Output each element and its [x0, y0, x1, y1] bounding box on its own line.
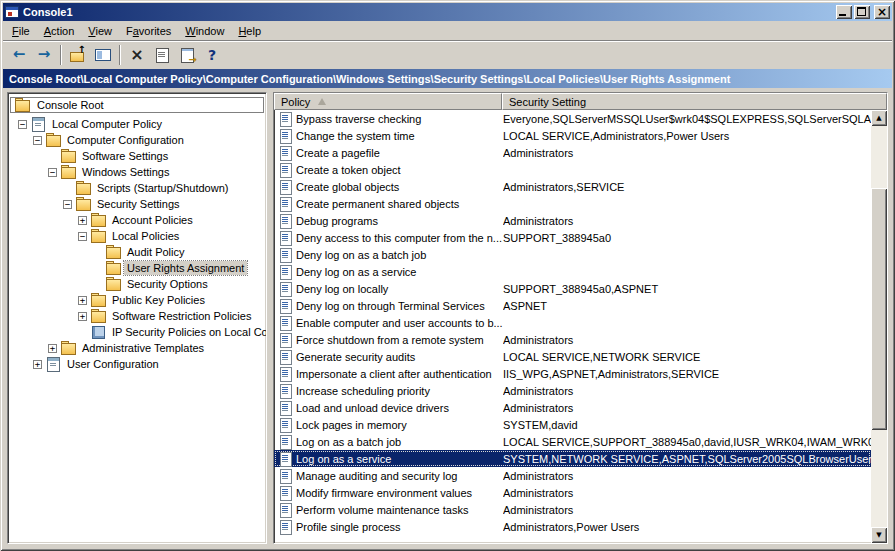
policy-row-impersonate-a-client-after-authentication[interactable]: Impersonate a client after authenticatio…: [274, 365, 871, 382]
tree-root-header[interactable]: Console Root: [10, 97, 264, 113]
policy-row-create-a-token-object[interactable]: Create a token object: [274, 161, 871, 178]
menu-window[interactable]: Window: [178, 23, 231, 39]
collapse-toggle-icon[interactable]: −: [33, 136, 42, 145]
tree-item-public-key-policies[interactable]: +Public Key Policies: [8, 292, 266, 308]
policy-row-log-on-as-a-service[interactable]: Log on as a serviceSYSTEM,NETWORK SERVIC…: [274, 450, 871, 467]
policy-row-lock-pages-in-memory[interactable]: Lock pages in memorySYSTEM,david: [274, 416, 871, 433]
scrollbar-track[interactable]: [871, 126, 887, 527]
tree-item-software-restriction-policies[interactable]: +Software Restriction Policies: [8, 308, 266, 324]
toolbar-properties-button[interactable]: [150, 44, 174, 66]
menu-action[interactable]: Action: [37, 23, 82, 39]
tree-item-local-policies[interactable]: −Local Policies: [8, 228, 266, 244]
policy-row-log-on-as-a-batch-job[interactable]: Log on as a batch jobLOCAL SERVICE,SUPPO…: [274, 433, 871, 450]
vertical-scrollbar[interactable]: [871, 110, 887, 543]
menu-file[interactable]: File: [5, 23, 37, 39]
details-pane: PolicySecurity Setting Bypass traverse c…: [273, 92, 888, 544]
tree-item-label: Security Settings: [94, 197, 183, 211]
tree-item-windows-settings[interactable]: −Windows Settings: [8, 164, 266, 180]
tree-item-administrative-templates[interactable]: +Administrative Templates: [8, 340, 266, 356]
security-setting: Administrators: [503, 334, 871, 346]
title-bar[interactable]: Console1: [3, 3, 892, 21]
scroll-down-button[interactable]: [871, 527, 887, 543]
minimize-button[interactable]: [836, 5, 852, 19]
toolbar-export-list-button[interactable]: [175, 44, 199, 66]
security-setting: Administrators: [503, 504, 871, 516]
expand-toggle-icon[interactable]: +: [78, 312, 87, 321]
policy-row-modify-firmware-environment-values[interactable]: Modify firmware environment valuesAdmini…: [274, 484, 871, 501]
tree-item-ip-security-policies-on-local-computer[interactable]: IP Security Policies on Local Computer: [8, 324, 266, 340]
forward-icon: [35, 47, 53, 63]
list-rows: Bypass traverse checkingEveryone,SQLServ…: [274, 110, 871, 543]
tree-item-security-options[interactable]: Security Options: [8, 276, 266, 292]
policy-row-debug-programs[interactable]: Debug programsAdministrators: [274, 212, 871, 229]
policy-row-bypass-traverse-checking[interactable]: Bypass traverse checkingEveryone,SQLServ…: [274, 110, 871, 127]
policy-icon: [278, 452, 293, 466]
policy-name: Generate security audits: [296, 351, 503, 363]
policy-row-change-the-system-time[interactable]: Change the system timeLOCAL SERVICE,Admi…: [274, 127, 871, 144]
expand-toggle-icon[interactable]: +: [78, 296, 87, 305]
scrollbar-thumb[interactable]: [871, 188, 887, 430]
security-setting: Administrators: [503, 402, 871, 414]
policy-row-deny-log-on-as-a-batch-job[interactable]: Deny log on as a batch job: [274, 246, 871, 263]
toolbar-show-hide-console-tree-button[interactable]: [91, 44, 115, 66]
console-app-icon: [5, 6, 19, 18]
expand-toggle-icon[interactable]: +: [78, 216, 87, 225]
delete-icon: [128, 47, 146, 63]
console-path-titlebar[interactable]: Console Root\Local Computer Policy\Compu…: [3, 69, 892, 88]
column-header-policy[interactable]: Policy: [274, 93, 502, 110]
toolbar-help-button[interactable]: [200, 44, 224, 66]
policy-row-create-a-pagefile[interactable]: Create a pagefileAdministrators: [274, 144, 871, 161]
policy-row-create-global-objects[interactable]: Create global objectsAdministrators,SERV…: [274, 178, 871, 195]
close-button[interactable]: [874, 5, 890, 19]
tree-item-software-settings[interactable]: Software Settings: [8, 148, 266, 164]
tree-item-scripts-startup-shutdown[interactable]: Scripts (Startup/Shutdown): [8, 180, 266, 196]
collapse-toggle-icon[interactable]: −: [18, 120, 27, 129]
policy-row-deny-log-on-through-terminal-services[interactable]: Deny log on through Terminal ServicesASP…: [274, 297, 871, 314]
collapse-toggle-icon[interactable]: −: [48, 168, 57, 177]
toolbar-back-button[interactable]: [7, 44, 31, 66]
toolbar-forward-button[interactable]: [32, 44, 56, 66]
security-setting: SYSTEM,NETWORK SERVICE,ASPNET,SQLServer2…: [503, 453, 871, 465]
policy-row-load-and-unload-device-drivers[interactable]: Load and unload device driversAdministra…: [274, 399, 871, 416]
policy-name: Create a token object: [296, 164, 503, 176]
menu-view[interactable]: View: [81, 23, 119, 39]
tree-item-local-computer-policy[interactable]: −Local Computer Policy: [8, 116, 266, 132]
policy-row-deny-access-to-this-computer-from-the-n[interactable]: Deny access to this computer from the n.…: [274, 229, 871, 246]
tree-item-account-policies[interactable]: +Account Policies: [8, 212, 266, 228]
toolbar-delete-button[interactable]: [125, 44, 149, 66]
toggle-spacer: [93, 280, 102, 289]
tree-item-audit-policy[interactable]: Audit Policy: [8, 244, 266, 260]
security-setting: Administrators,Power Users: [503, 521, 871, 533]
tree-item-computer-configuration[interactable]: −Computer Configuration: [8, 132, 266, 148]
collapse-toggle-icon[interactable]: −: [63, 200, 72, 209]
scroll-up-button[interactable]: [871, 110, 887, 126]
policy-row-generate-security-audits[interactable]: Generate security auditsLOCAL SERVICE,NE…: [274, 348, 871, 365]
policy-icon: [278, 350, 293, 364]
policy-row-enable-computer-and-user-accounts-to-b[interactable]: Enable computer and user accounts to b..…: [274, 314, 871, 331]
collapse-toggle-icon[interactable]: −: [78, 232, 87, 241]
export-list-icon: [178, 47, 196, 63]
menu-favorites[interactable]: Favorites: [119, 23, 178, 39]
policy-row-increase-scheduling-priority[interactable]: Increase scheduling priorityAdministrato…: [274, 382, 871, 399]
policy-row-perform-volume-maintenance-tasks[interactable]: Perform volume maintenance tasksAdminist…: [274, 501, 871, 518]
policy-name: Impersonate a client after authenticatio…: [296, 368, 503, 380]
tree-item-label: IP Security Policies on Local Computer: [109, 325, 266, 339]
expand-toggle-icon[interactable]: +: [48, 344, 57, 353]
policy-row-deny-log-on-as-a-service[interactable]: Deny log on as a service: [274, 263, 871, 280]
policy-row-deny-log-on-locally[interactable]: Deny log on locallySUPPORT_388945a0,ASPN…: [274, 280, 871, 297]
policy-row-manage-auditing-and-security-log[interactable]: Manage auditing and security logAdminist…: [274, 467, 871, 484]
expand-toggle-icon[interactable]: +: [33, 360, 42, 369]
column-header-security-setting[interactable]: Security Setting: [502, 93, 887, 110]
policy-row-create-permanent-shared-objects[interactable]: Create permanent shared objects: [274, 195, 871, 212]
policy-row-profile-single-process[interactable]: Profile single processAdministrators,Pow…: [274, 518, 871, 535]
tree-item-user-configuration[interactable]: +User Configuration: [8, 356, 266, 372]
policy-icon: [278, 367, 293, 381]
tree-item-user-rights-assignment[interactable]: User Rights Assignment: [8, 260, 266, 276]
menu-help[interactable]: Help: [231, 23, 268, 39]
policy-icon: [278, 265, 293, 279]
maximize-button[interactable]: [854, 5, 870, 19]
security-setting: Administrators: [503, 470, 871, 482]
toolbar-up-one-level-button[interactable]: [66, 44, 90, 66]
tree-item-security-settings[interactable]: −Security Settings: [8, 196, 266, 212]
policy-row-force-shutdown-from-a-remote-system[interactable]: Force shutdown from a remote systemAdmin…: [274, 331, 871, 348]
